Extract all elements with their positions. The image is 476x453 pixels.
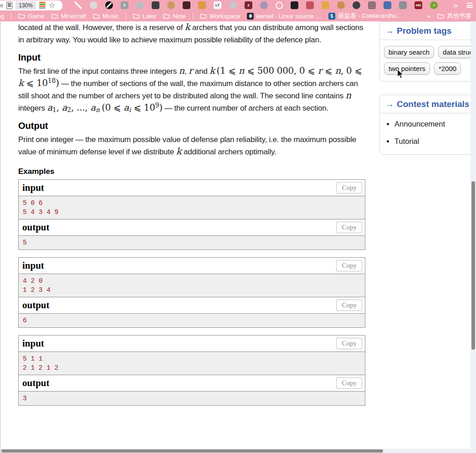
bookmark-folder-later[interactable]: Later — [133, 13, 157, 20]
creature-icon[interactable] — [260, 1, 268, 9]
output-header: outputCopy — [19, 297, 365, 313]
input-header: inputCopy — [19, 180, 365, 196]
shield-icon[interactable]: 2 — [245, 1, 252, 9]
folder-icon — [93, 13, 100, 19]
bookmarks-overflow-chevron[interactable]: » — [427, 13, 430, 20]
bookmark-blog-label: og — [0, 13, 4, 20]
output-label: output — [22, 222, 50, 233]
puzzle-icon[interactable] — [384, 1, 391, 9]
zoom-level-badge[interactable]: 130% — [15, 1, 36, 10]
vertical-scrollbar-track[interactable] — [471, 21, 476, 449]
bookmark-folder-later-label: Later — [143, 13, 157, 20]
sample-test-1: inputCopy5 0 6 5 4 3 4 9outputCopy5 — [18, 179, 365, 250]
folder-icon — [200, 13, 207, 19]
folder-icon — [437, 13, 444, 19]
contest-materials-caption[interactable]: →Contest materials — [380, 95, 476, 113]
collapse-arrow-icon[interactable]: → — [385, 26, 394, 36]
folder-icon — [163, 13, 170, 19]
sample-tests: inputCopy5 0 6 5 4 3 4 9outputCopy5input… — [18, 179, 365, 406]
contest-materials-box: →Contest materials AnnouncementTutorial — [379, 95, 476, 155]
copy-input-button[interactable]: Copy — [336, 338, 362, 349]
bookmark-separator — [126, 13, 126, 20]
tag-list: binary searchdata structurestwo pointers… — [380, 40, 476, 81]
sidebar: →Problem tags binary searchdata structur… — [379, 21, 476, 168]
url-text-fragment: e — [0, 2, 3, 9]
bookmark-income-sheet-label: 损益表 - Coelacanthu… — [338, 12, 403, 20]
vertical-scrollbar-thumb[interactable] — [471, 181, 475, 350]
copy-output-button[interactable]: Copy — [336, 222, 362, 233]
problem-tags-title: Problem tags — [397, 26, 451, 36]
bookmark-income-sheet[interactable]: $损益表 - Coelacanthu… — [328, 12, 403, 20]
urlbar[interactable]: e 130% ☆ — [0, 0, 62, 10]
badger-icon[interactable] — [90, 1, 97, 9]
input-header: inputCopy — [19, 336, 365, 351]
video-icon[interactable] — [399, 1, 407, 9]
add-icon[interactable]: + — [430, 1, 438, 9]
output-label: output — [22, 377, 50, 389]
no-entry-icon[interactable] — [105, 1, 113, 9]
bookmark-folder-music[interactable]: Music — [93, 13, 118, 20]
tag-binary-search[interactable]: binary search — [384, 46, 434, 58]
input-heading: Input — [18, 52, 365, 63]
sample-test-2: inputCopy4 2 0 1 2 3 4outputCopy6 — [18, 257, 365, 328]
bookmark-separator — [11, 13, 11, 20]
bookmark-blog[interactable]: og — [0, 13, 4, 20]
copy-input-button[interactable]: Copy — [336, 182, 362, 193]
globe-icon[interactable] — [353, 1, 360, 9]
bookmark-folder-game[interactable]: Game — [18, 13, 45, 20]
input-label: input — [22, 338, 44, 349]
bookmark-folder-note[interactable]: Note — [163, 13, 186, 20]
toolbar-overflow-chevron-icon[interactable]: » — [454, 1, 458, 9]
input-data: 4 2 0 1 2 3 4 — [19, 274, 365, 297]
colorful-bars-icon[interactable] — [39, 2, 46, 9]
collapse-arrow-icon[interactable]: → — [385, 99, 394, 109]
gray-dot-icon[interactable] — [229, 1, 237, 9]
owl-icon[interactable] — [167, 1, 175, 9]
contest-materials-title: Contest materials — [397, 99, 469, 109]
output-label: output — [22, 300, 50, 311]
server-icon[interactable] — [183, 1, 190, 9]
bookmark-folder-minecraft[interactable]: Minecraft — [51, 13, 87, 20]
input-data: 5 0 6 5 4 3 4 9 — [19, 196, 365, 219]
reader-mode-icon[interactable] — [6, 2, 12, 9]
camera-icon[interactable] — [291, 1, 298, 9]
cookie-icon[interactable] — [337, 1, 345, 9]
power-icon[interactable] — [276, 2, 283, 9]
hd-icon[interactable]: HD — [415, 1, 422, 9]
qr-code-icon[interactable] — [368, 1, 376, 9]
bookmark-kernel[interactable]: kernel - Linux source … — [247, 13, 322, 20]
folder-icon — [18, 13, 25, 19]
red-extension-icon[interactable] — [306, 1, 314, 9]
output-heading: Output — [18, 120, 365, 131]
bookmark-star-icon[interactable]: ☆ — [49, 2, 55, 9]
fox-icon[interactable] — [198, 1, 206, 9]
bookmark-folder-workspace[interactable]: Workspace — [200, 13, 240, 20]
floppy-icon[interactable] — [152, 1, 159, 9]
shortcut-icon[interactable]: S — [121, 1, 128, 9]
contest-material-tutorial[interactable]: Tutorial — [394, 137, 476, 146]
output-header: outputCopy — [19, 219, 365, 235]
copy-output-button[interactable]: Copy — [336, 300, 362, 311]
copy-output-button[interactable]: Copy — [336, 377, 362, 389]
output-header: outputCopy — [19, 375, 365, 391]
examples-heading: Examples — [18, 167, 365, 176]
folder-icon — [51, 13, 58, 19]
extension-icons-row: SLT2HD+» — [74, 1, 476, 9]
tag-two-pointers[interactable]: two pointers — [384, 62, 430, 75]
bookmark-folder-note-label: Note — [173, 13, 186, 20]
cloud-icon[interactable] — [136, 1, 144, 9]
languagetool-icon[interactable]: LT — [214, 1, 221, 9]
wrench-icon[interactable] — [74, 1, 82, 9]
orange-extension-icon[interactable] — [322, 1, 329, 9]
bookmark-folder-other[interactable]: 其他书签 — [437, 12, 471, 20]
horizontal-scrollbar-track[interactable] — [0, 449, 476, 453]
input-data: 5 1 1 2 1 2 1 2 — [19, 351, 365, 375]
bookmark-folder-game-label: Game — [28, 13, 45, 20]
bookmark-folder-minecraft-label: Minecraft — [61, 13, 87, 20]
horizontal-scrollbar-thumb[interactable] — [1, 449, 383, 453]
contest-material-announcement[interactable]: Announcement — [394, 120, 476, 128]
tag-2000[interactable]: *2000 — [434, 62, 461, 75]
problem-tags-caption[interactable]: →Problem tags — [380, 22, 476, 40]
menu-icon[interactable] — [466, 1, 473, 9]
copy-input-button[interactable]: Copy — [336, 260, 362, 271]
